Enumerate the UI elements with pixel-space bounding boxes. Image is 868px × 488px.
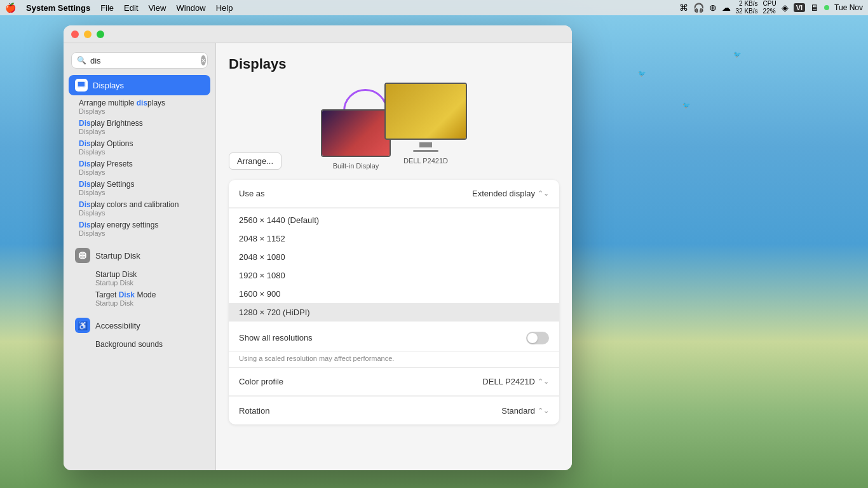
builtin-screen-content [322,111,390,156]
dropbox-icon[interactable]: ◈ [782,3,789,13]
resolution-item-1[interactable]: 2048 × 1152 [229,229,559,248]
external-screen-content [386,84,466,139]
sidebar-startup-disk-header[interactable]: Startup Disk [69,244,210,267]
menubar: 🍎 System Settings File Edit View Window … [0,0,868,15]
external-screen [384,83,467,140]
svg-rect-3 [79,88,84,89]
sidebar-item-startup-disk[interactable]: Startup Disk Startup Disk [69,268,210,288]
display-icon[interactable]: 🖥 [810,3,819,13]
maximize-button[interactable] [97,30,104,38]
accessibility-icon: ♿ [75,318,90,333]
display-preview: Arrange... ↖ Built-in Display [229,83,559,170]
sidebar-item-displays[interactable]: Displays [69,75,210,95]
bird-decoration: 🐦 [733,51,741,58]
builtin-screen [321,109,391,157]
options-title: Display Options [79,139,204,148]
close-button[interactable] [71,30,79,38]
search-icon: 🔍 [77,56,86,65]
github-icon[interactable]: ⊕ [709,3,717,13]
brightness-title: Display Brightness [79,119,204,128]
rotation-label: Rotation [239,406,501,416]
search-clear-button[interactable]: ✕ [201,55,206,65]
show-all-resolutions-row: Show all resolutions [229,324,559,352]
settings-panel: Use as Extended display ⌃⌄ 2560 × 1440 (… [229,180,559,424]
arrange-title: Arrange multiple displays [79,98,204,107]
background-sounds-title: Background sounds [95,340,204,349]
color-profile-label: Color profile [239,377,482,386]
monitor-stand [419,142,432,147]
display-settings-category: Displays [79,189,204,196]
apple-menu[interactable]: 🍎 [5,3,16,13]
rotation-row: Rotation Standard ⌃⌄ [229,396,559,424]
sidebar: 🔍 ✕ Displays Arra [64,43,216,470]
builtin-display-monitor[interactable]: Built-in Display [321,109,391,170]
color-profile-value[interactable]: DELL P2421D ⌃⌄ [482,377,549,386]
use-as-label: Use as [239,189,472,198]
scaled-hint: Using a scaled resolution may affect per… [229,352,559,367]
accessibility-label: Accessibility [95,321,140,330]
use-as-value-text: Extended display [472,189,535,198]
target-disk-category: Startup Disk [95,299,204,307]
sidebar-item-colors[interactable]: Display colors and calibration Displays [69,198,210,219]
monitor-base [413,150,438,152]
rotation-value[interactable]: Standard ⌃⌄ [501,406,549,416]
arrange-button[interactable]: Arrange... [229,152,281,170]
network-stats: 2 KB/s 32 KB/s [736,0,758,15]
cpu-stats: CPU 22% [763,0,776,15]
show-all-resolutions-toggle[interactable] [526,332,549,344]
resolution-item-2[interactable]: 2048 × 1080 [229,248,559,266]
bird-decoration: 🐦 [638,70,646,77]
titlebar [64,25,572,43]
headphone-icon[interactable]: 🎧 [693,3,704,13]
presets-category: Displays [79,168,204,176]
sidebar-item-target-disk[interactable]: Target Disk Mode Startup Disk [69,288,210,309]
startup-disk-item-category: Startup Disk [95,279,204,287]
clock-label: Tue Nov [834,3,863,12]
window-body: 🔍 ✕ Displays Arra [64,43,572,470]
resolution-list: 2560 × 1440 (Default) 2048 × 1152 2048 ×… [229,208,559,324]
use-as-value[interactable]: Extended display ⌃⌄ [472,189,549,198]
sidebar-item-background-sounds[interactable]: Background sounds [69,338,210,351]
vi-badge[interactable]: VI [794,3,805,12]
sidebar-item-brightness[interactable]: Display Brightness Displays [69,117,210,137]
resolution-item-0[interactable]: 2560 × 1440 (Default) [229,211,559,229]
sidebar-item-options[interactable]: Display Options Displays [69,137,210,158]
resolution-item-5[interactable]: 1280 × 720 (HiDPI) [229,303,559,322]
use-as-row: Use as Extended display ⌃⌄ [229,180,559,208]
svg-rect-2 [80,87,83,88]
display-settings-title: Display Settings [79,180,204,189]
colors-category: Displays [79,209,204,217]
sidebar-item-energy[interactable]: Display energy settings Displays [69,219,210,239]
command-icon[interactable]: ⌘ [679,3,688,13]
resolution-item-3[interactable]: 1920 × 1080 [229,266,559,285]
main-content: Displays Arrange... ↖ Built-in Display [216,43,572,470]
sidebar-item-presets[interactable]: Display Presets Displays [69,158,210,178]
window-menu[interactable]: Window [176,3,205,13]
arrange-category: Displays [79,107,204,115]
colors-title: Display colors and calibration [79,200,204,209]
rotation-value-text: Standard [501,406,535,416]
search-input[interactable] [90,56,197,65]
file-menu[interactable]: File [100,3,114,13]
app-name[interactable]: System Settings [26,3,90,13]
displays-icon [75,79,88,92]
builtin-display-label: Built-in Display [333,162,379,170]
help-menu[interactable]: Help [216,3,233,13]
options-category: Displays [79,148,204,156]
edit-menu[interactable]: Edit [124,3,138,13]
startup-disk-label: Startup Disk [95,251,140,261]
green-status-dot [824,5,829,10]
startup-disk-item-title: Startup Disk [95,270,204,279]
sidebar-accessibility-header[interactable]: ♿ Accessibility [69,314,210,337]
external-display-monitor[interactable]: DELL P2421D [384,83,467,165]
resolution-item-4[interactable]: 1600 × 900 [229,285,559,303]
external-display-label: DELL P2421D [403,157,448,165]
view-menu[interactable]: View [149,3,166,13]
sidebar-item-arrange[interactable]: Arrange multiple displays Displays [69,97,210,117]
sidebar-item-display-settings[interactable]: Display Settings Displays [69,178,210,198]
displays-label: Displays [93,81,124,90]
minimize-button[interactable] [84,30,92,38]
cloud-icon[interactable]: ☁ [722,3,731,13]
brightness-category: Displays [79,128,204,135]
search-box: 🔍 ✕ [71,52,208,69]
